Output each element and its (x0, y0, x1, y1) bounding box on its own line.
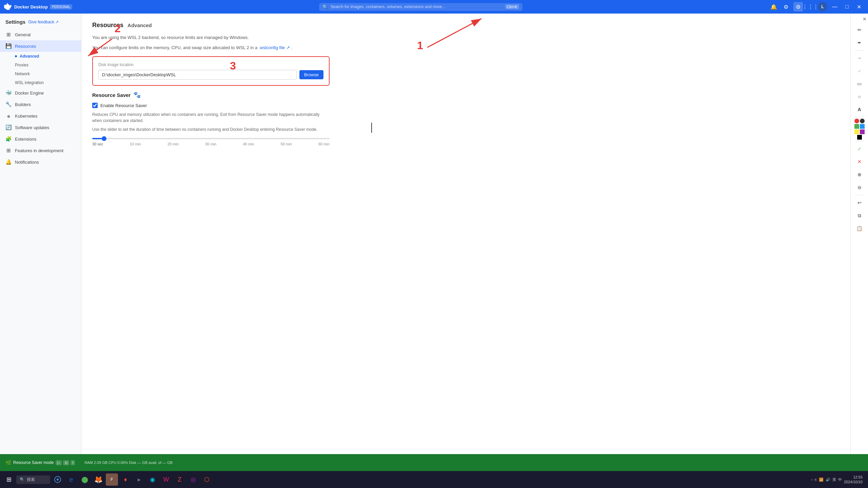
rs-ctrl-1[interactable]: ▷ (56, 460, 62, 465)
sidebar-item-resources[interactable]: 💾 Resources (0, 40, 81, 52)
rs-ctrl-3[interactable]: I (71, 460, 75, 465)
slider-label-1: 10 min (130, 142, 141, 146)
taskbar-app-10[interactable]: Z (174, 473, 186, 486)
rp-divider-2 (855, 117, 864, 117)
color-dark[interactable] (857, 135, 862, 140)
sidebar-subitem-network[interactable]: Network (15, 69, 81, 78)
slider-thumb[interactable] (102, 136, 106, 141)
taskbar-app-6[interactable]: ♦ (119, 473, 132, 486)
sidebar-subitem-advanced[interactable]: Advanced (15, 52, 81, 61)
grid-icon-btn[interactable]: ⋮⋮⋮ (806, 2, 815, 12)
taskbar-time[interactable]: 12:55 2024/10/10 (844, 475, 863, 485)
sidebar-item-docker-engine[interactable]: 🐳 Docker Engine (0, 87, 81, 99)
taskbar: ⊞ 🔍 搜索 e ⬤ 🦊 F ♦ ▸ ◉ W Z ◎ ⬡ › ⎋ 📶 🔊 英 中… (0, 471, 868, 488)
rp-check-btn[interactable]: ✓ (853, 143, 866, 155)
rp-paste-btn[interactable]: 📋 (853, 222, 866, 235)
color-purple[interactable] (860, 129, 865, 134)
sidebar-nav: ⊞ General 💾 Resources Advanced Proxies N… (0, 26, 81, 170)
sidebar-item-features[interactable]: ⊞ Features in development (0, 145, 81, 156)
taskbar-app-7[interactable]: ▸ (133, 473, 145, 486)
right-panel-close[interactable]: ✕ (852, 16, 867, 22)
color-black[interactable] (860, 119, 865, 123)
taskbar-app-1[interactable] (52, 473, 64, 486)
search-icon: 🔍 (322, 4, 328, 9)
search-placeholder: Search for images, containers, volumes, … (331, 4, 502, 9)
browse-button[interactable]: Browse (299, 70, 323, 79)
slider-label-6: 60 min (318, 142, 330, 146)
app-logo[interactable]: Docker Desktop PERSONAL (4, 3, 72, 11)
sidebar-item-software-updates[interactable]: 🔄 Software updates (0, 122, 81, 133)
search-bar[interactable]: 🔍 Search for images, containers, volumes… (319, 3, 522, 11)
taskbar-search[interactable]: 🔍 搜索 (16, 475, 50, 484)
rp-btn-ellipse[interactable]: ○ (853, 90, 866, 103)
disk-image-input[interactable] (98, 70, 297, 80)
taskbar-app-12[interactable]: ⬡ (201, 473, 213, 486)
rp-btn-1[interactable]: ✏ (853, 24, 866, 36)
sidebar-item-notifications[interactable]: 🔔 Notifications (0, 156, 81, 168)
topbar-actions: 🔔 ⚙ ⚙ ⋮⋮⋮ L — □ ✕ (769, 2, 864, 12)
resource-saver-mode-label: Resource Saver mode (13, 460, 54, 465)
color-red[interactable] (854, 119, 859, 123)
docker-engine-icon: 🐳 (5, 90, 12, 96)
rp-btn-rect[interactable]: ▭ (853, 78, 866, 90)
resource-saver-desc1: Reduces CPU and memory utilization when … (92, 111, 330, 124)
text-cursor (371, 123, 372, 133)
sidebar-item-general[interactable]: ⊞ General (0, 29, 81, 40)
rp-btn-arrow[interactable]: → (853, 52, 866, 64)
rp-btn-line[interactable]: ⟋ (853, 65, 866, 77)
tray-ime[interactable]: 中 (838, 477, 842, 482)
sidebar-item-label-builders: Builders (15, 102, 31, 107)
close-btn[interactable]: ✕ (854, 2, 864, 12)
leaf-icon: 🌿 (5, 460, 11, 465)
enable-resource-saver-row: Enable Resource Saver (92, 103, 840, 108)
subitem-label-proxies: Proxies (15, 63, 28, 67)
color-blue[interactable] (860, 124, 865, 129)
give-feedback-link[interactable]: Give feedback ↗ (28, 20, 59, 24)
subitem-label-network: Network (15, 72, 30, 76)
rp-undo-btn[interactable]: ↩ (853, 197, 866, 209)
notification-icon-btn[interactable]: 🔔 (769, 2, 778, 12)
rp-zoom-out-btn[interactable]: ⊖ (853, 181, 866, 194)
taskbar-app-3[interactable]: ⬤ (79, 473, 91, 486)
color-row-1 (854, 119, 865, 123)
dashboard-icon-btn[interactable]: ⚙ (793, 2, 803, 12)
taskbar-app-5[interactable]: F (106, 473, 118, 486)
sidebar-item-extensions[interactable]: 🧩 Extensions (0, 133, 81, 145)
taskbar-app-8[interactable]: ◉ (146, 473, 159, 486)
sidebar-item-label-notifications: Notifications (15, 160, 39, 165)
sidebar-item-kubernetes[interactable]: ⎈ Kubernetes (0, 110, 81, 122)
settings-icon-btn[interactable]: ⚙ (781, 2, 791, 12)
color-yellow[interactable] (854, 129, 859, 134)
wslconfig-link[interactable]: .wslconfig file ↗ (259, 45, 290, 50)
taskbar-app-4[interactable]: 🦊 (92, 473, 104, 486)
color-green[interactable] (854, 124, 859, 129)
rp-divider-4 (855, 195, 864, 195)
extensions-icon: 🧩 (5, 136, 12, 142)
settings-title: Settings (5, 19, 25, 25)
start-button[interactable]: ⊞ (3, 473, 15, 486)
sidebar-subitem-proxies[interactable]: Proxies (15, 61, 81, 69)
tray-lang[interactable]: 英 (832, 477, 836, 482)
rp-btn-text[interactable]: A (853, 103, 866, 116)
taskbar-app-2[interactable]: e (65, 473, 77, 486)
rp-zoom-in-btn[interactable]: ⊕ (853, 168, 866, 181)
enable-resource-saver-checkbox[interactable] (92, 103, 98, 108)
right-panel: ✕ ✏ ✒ → ⟋ ▭ ○ A ✓ ✕ ⊕ ⊖ ↩ ⧉ � (850, 14, 868, 471)
sidebar-item-builders[interactable]: 🔧 Builders (0, 99, 81, 110)
features-icon: ⊞ (5, 147, 12, 154)
rs-ctrl-2[interactable]: ⊡ (63, 460, 69, 465)
tray-chevron[interactable]: › (811, 477, 812, 482)
rp-copy-btn[interactable]: ⧉ (853, 209, 866, 222)
docker-icon (4, 3, 12, 11)
disk-image-box: Disk image location Browse (92, 56, 330, 86)
maximize-btn[interactable]: □ (842, 2, 852, 12)
taskbar-app-9[interactable]: W (160, 473, 172, 486)
minimize-btn[interactable]: — (830, 2, 840, 12)
sidebar-subitem-wsl[interactable]: WSL integration (15, 78, 81, 87)
sidebar-item-label-features: Features in development (15, 148, 63, 153)
rp-btn-2[interactable]: ✒ (853, 37, 866, 49)
subitem-label-advanced: Advanced (20, 54, 39, 59)
rp-x-btn[interactable]: ✕ (853, 156, 866, 168)
avatar[interactable]: L (818, 2, 827, 12)
taskbar-app-11[interactable]: ◎ (187, 473, 199, 486)
